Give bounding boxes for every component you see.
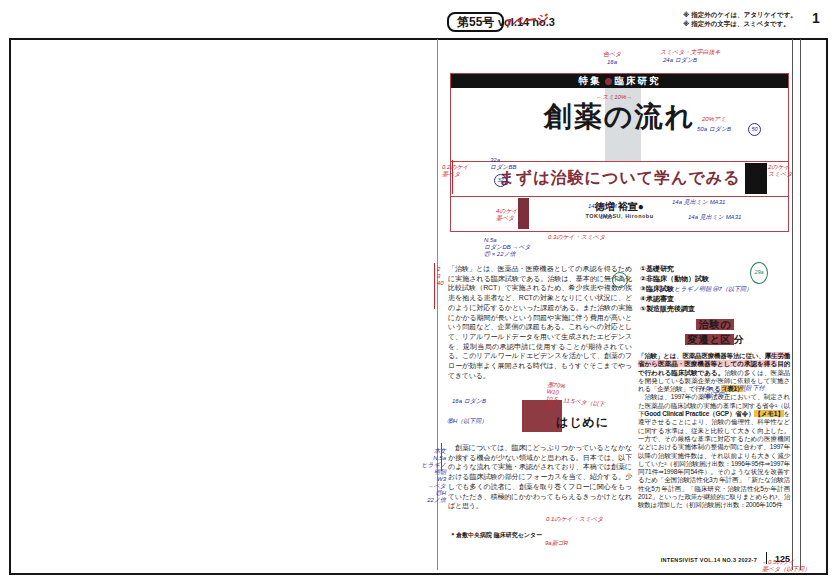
rule-2 bbox=[451, 196, 788, 197]
annotation-author-blue4: 14a 見出ミン MA31 bbox=[688, 214, 741, 221]
proof-page-number: 1 bbox=[812, 10, 820, 26]
annotation-leader-line bbox=[452, 160, 453, 194]
left-paragraph-2: 創薬については、臨床にどっぷりつかっているとなかなか接する機会が少ない領域かと思… bbox=[448, 443, 632, 511]
issue-badge: 第55号 bbox=[447, 12, 504, 31]
circled-number-annotation: 50 bbox=[748, 123, 761, 136]
annotation-list-spec: N.5a ヒラギノ明朝 Ⓦ7（以下同） bbox=[660, 286, 752, 293]
annotation-subtitle-right-red: 2のケイ スミベタ bbox=[768, 164, 793, 178]
section-heading-hajimeni: はじめに bbox=[556, 414, 609, 431]
annotation-hajimeni-blue1: 16a ロダンB bbox=[452, 398, 486, 405]
annotation-title-right-red: 20%アミ bbox=[702, 116, 726, 123]
annotation-margin-numbers: 2 3 40 bbox=[437, 266, 444, 287]
annotation-column-spec: N.5a ロダンDB →ベタ ㉑ × 22ノ倍 bbox=[484, 237, 531, 258]
annotation-footnote-rule: 0.1のケイ・スミベタ bbox=[546, 516, 603, 523]
annotation-subtitle-left-blue: 32a ロダンBB bbox=[490, 157, 516, 171]
right-para2-gcp: Good Clinical Practice（GCP）省令） bbox=[644, 410, 754, 417]
annotation-subtitle-left-red: 0.2のケイ 墨ベタ bbox=[442, 164, 469, 178]
feature-bar-left-label: 特集 bbox=[579, 75, 602, 88]
annotation-table-spec: N.5a ヒラギノ明朝 下付 （以下同） bbox=[700, 385, 765, 399]
annotation-hajimeni-blue2: ⑯H（以下同） bbox=[447, 418, 487, 425]
annotation-margin-bracket bbox=[434, 263, 435, 309]
left-paragraph-1: 「治験」とは、医薬品・医療機器としての承認を得るために実施される臨床試験である。… bbox=[448, 264, 632, 380]
right-heading: 治験の 変遷と区分 bbox=[640, 318, 790, 347]
footnote: ＊倉敷中央病院 臨床研究センター bbox=[450, 531, 542, 540]
circled-number-annotation: 32 bbox=[494, 174, 507, 187]
feature-bar-right-label: 臨床研究 bbox=[615, 75, 661, 88]
annotation-author-blue2: 6H30 bbox=[600, 214, 612, 221]
feature-bar: 特集 臨床研究 bbox=[451, 74, 788, 88]
annotation-bar-right-red: スミベタ・文字白抜キ bbox=[660, 49, 721, 56]
feature-dot-icon bbox=[605, 78, 612, 85]
annotation-title-right-blue: 50a ロダンB bbox=[697, 126, 731, 133]
journal-footer: INTENSIVIST VOL.14 NO.3 2022-7 bbox=[661, 557, 757, 563]
circled-number-annotation: 29a bbox=[750, 262, 768, 284]
annotation-author-bottom-red: 0.3のケイ・スミベタ bbox=[548, 234, 605, 241]
annotation-author-blue1: 14a 新ゴM bbox=[588, 203, 617, 210]
annotation-margin2-bracket bbox=[441, 443, 442, 471]
right-heading-line1: 治験の bbox=[696, 319, 733, 330]
circled-number-annotation: 21 bbox=[612, 272, 628, 288]
annotation-title-screen: ←スミ10%→ bbox=[596, 94, 632, 101]
print-notice-line2: ※ 指定外の文字は、スミベタです。 bbox=[683, 19, 797, 28]
annotation-footnote-font: 9a新ゴR bbox=[545, 540, 568, 547]
right-para2-memo-ref: 【メモ1】 bbox=[754, 410, 783, 417]
right-paragraph: 「治験」とは、医薬品医療機器等法に従い、厚生労働省から医薬品・医療機器等としての… bbox=[638, 352, 790, 510]
annotation-author-blue3: 14a 見出ミン MA31 bbox=[672, 199, 725, 206]
print-notice: ※ 指定外のケイは、アタリケイです。 ※ 指定外の文字は、スミベタです。 bbox=[683, 10, 797, 28]
right-para-seg1: 「治験」とは、医薬品医療機器等法に従い、 bbox=[638, 352, 765, 359]
print-notice-line1: ※ 指定外のケイは、アタリケイです。 bbox=[683, 10, 797, 19]
annotation-margin2-spec: 本文 N.5a ヒラギノ明朝 W3 →ベタ ㉑H 22ノ倍 bbox=[420, 448, 446, 504]
trim-line-inner bbox=[792, 39, 793, 570]
annotation-footer-rule: ←0.5のケイ 墨ベタ（以下同） bbox=[762, 559, 810, 573]
right-heading-line2-boxed: 変遷と区 bbox=[685, 334, 733, 345]
trim-line-outer bbox=[800, 39, 801, 570]
annotation-bar-left-blue: 16a bbox=[607, 59, 617, 66]
list-item: ⑤製造販売後調査 bbox=[640, 304, 790, 314]
main-title: 創薬の流れ bbox=[451, 98, 788, 136]
annotation-bar-right-blue: 24a ロダンB bbox=[663, 57, 697, 64]
annotation-bar-left-red: 色ベタ bbox=[603, 51, 621, 58]
issue-badge-label: 第55号 bbox=[447, 12, 504, 32]
annotation-author-left-red: 4のケイ 墨ベタ bbox=[496, 208, 518, 222]
list-item: ④承認審査 bbox=[640, 294, 790, 304]
right-heading-line2-rest: 分 bbox=[734, 334, 745, 345]
right-para2-seg4: を遵守させることにより、治験の倫理性、科学性などに関する水準は、従来と比較して大… bbox=[638, 410, 790, 508]
